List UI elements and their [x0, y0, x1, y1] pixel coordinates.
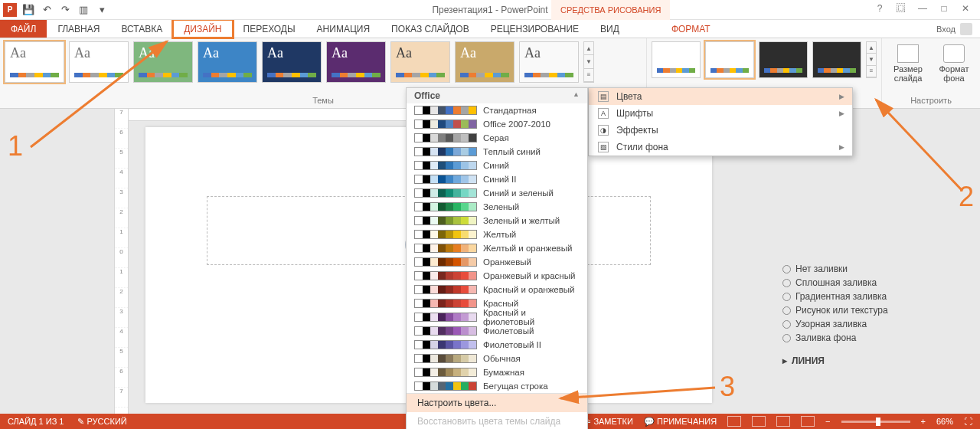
chevron-right-icon: ▶ — [839, 110, 844, 117]
maximize-icon[interactable]: □ — [937, 3, 951, 14]
fill-option-pattern[interactable]: Узорная заливка — [782, 317, 974, 331]
color-scheme-option[interactable]: Красный и оранжевый — [407, 283, 587, 296]
vertical-ruler: 765432101234567 — [115, 109, 129, 414]
spellcheck-icon: ✎ — [77, 417, 84, 426]
theme-thumbnail[interactable]: Aa — [262, 41, 322, 83]
view-reading-icon[interactable] — [776, 416, 790, 427]
fill-option-gradient[interactable]: Градиентная заливка — [782, 290, 974, 303]
redo-icon[interactable]: ↷ — [58, 3, 72, 17]
gallery-more-icon[interactable]: ▲▼≡ — [583, 41, 594, 83]
view-normal-icon[interactable] — [727, 416, 741, 427]
variant-more-icon[interactable]: ▲▼≡ — [866, 41, 877, 78]
effects-icon: ◑ — [598, 125, 609, 136]
color-scheme-option[interactable]: Зеленый и желтый — [407, 214, 587, 228]
color-scheme-option[interactable]: Синий и зеленый — [407, 186, 587, 200]
tab-design[interactable]: ДИЗАЙН — [173, 20, 232, 38]
color-scheme-option[interactable]: Серая — [407, 131, 587, 145]
fit-to-window-icon[interactable]: ⛶ — [964, 417, 972, 426]
submenu-colors[interactable]: ▤ Цвета▶ — [589, 88, 852, 105]
variant-gallery[interactable]: ▲▼≡ — [652, 41, 877, 78]
status-language[interactable]: ✎ РУССКИЙ — [77, 417, 126, 427]
slide-thumbnail-pane[interactable] — [0, 109, 115, 414]
ribbon-collapse-icon[interactable]: ⿴ — [894, 3, 908, 14]
ribbon-tabs: ФАЙЛ ГЛАВНАЯ ВСТАВКА ДИЗАЙН ПЕРЕХОДЫ АНИ… — [0, 20, 980, 38]
window-title: Презентация1 - PowerPoint — [432, 5, 547, 15]
variant-thumbnail[interactable] — [812, 41, 861, 78]
color-scheme-option[interactable]: Обычная — [407, 352, 587, 365]
scheme-list[interactable]: СтандартнаяOffice 2007-2010СераяТеплый с… — [407, 103, 587, 393]
color-scheme-option[interactable]: Office 2007-2010 — [407, 117, 587, 131]
color-scheme-option[interactable]: Бегущая строка — [407, 379, 587, 393]
view-slideshow-icon[interactable] — [801, 416, 815, 427]
tab-home[interactable]: ГЛАВНАЯ — [47, 20, 110, 38]
scroll-up-icon[interactable]: ▲ — [573, 90, 580, 101]
tab-review[interactable]: РЕЦЕНЗИРОВАНИЕ — [480, 20, 590, 38]
theme-thumbnail[interactable]: Aa — [519, 41, 579, 83]
color-scheme-option[interactable]: Зеленый — [407, 200, 587, 214]
title-bar: P 💾 ↶ ↷ ▥ ▾ Презентация1 - PowerPoint СР… — [0, 0, 980, 20]
qat-more-icon[interactable]: ▾ — [95, 3, 109, 17]
theme-thumbnail[interactable]: Aa — [326, 41, 386, 83]
theme-thumbnail[interactable]: Aa — [69, 41, 129, 83]
color-scheme-option[interactable]: Стандартная — [407, 103, 587, 117]
tab-view[interactable]: ВИД — [590, 20, 630, 38]
tab-slideshow[interactable]: ПОКАЗ СЛАЙДОВ — [381, 20, 480, 38]
color-scheme-option[interactable]: Оранжевый и красный — [407, 269, 587, 283]
fill-option-picture[interactable]: Рисунок или текстура — [782, 303, 974, 317]
help-icon[interactable]: ? — [873, 3, 887, 14]
variant-thumbnail[interactable] — [705, 41, 754, 78]
submenu-fonts[interactable]: A Шрифты▶ — [589, 105, 852, 122]
customize-colors[interactable]: Настроить цвета... — [407, 394, 587, 412]
theme-thumbnail[interactable]: Aa — [5, 41, 64, 83]
tab-animation[interactable]: АНИМАЦИЯ — [306, 20, 381, 38]
variant-thumbnail[interactable] — [652, 41, 701, 78]
start-slideshow-icon[interactable]: ▥ — [77, 3, 90, 17]
variant-thumbnail[interactable] — [759, 41, 808, 78]
avatar-icon — [960, 23, 972, 35]
color-scheme-option[interactable]: Синий — [407, 159, 587, 172]
theme-thumbnail[interactable]: Aa — [455, 41, 514, 83]
comments-button[interactable]: 💬 ПРИМЕЧАНИЯ — [644, 417, 717, 427]
close-icon[interactable]: ✕ — [959, 3, 972, 14]
zoom-out-icon[interactable]: − — [825, 417, 830, 426]
format-background-button[interactable]: Формат фона — [933, 41, 975, 86]
color-scheme-option[interactable]: Теплый синий — [407, 145, 587, 159]
notes-button[interactable]: ≐ ЗАМЕТКИ — [584, 417, 633, 427]
theme-gallery[interactable]: AaAaAaAaAaAaAaAaAa▲▼≡ — [5, 41, 642, 83]
zoom-value[interactable]: 66% — [936, 417, 953, 426]
fill-option-none[interactable]: Нет заливки — [782, 262, 974, 276]
tab-insert[interactable]: ВСТАВКА — [110, 20, 173, 38]
fill-option-solid[interactable]: Сплошная заливка — [782, 276, 974, 290]
submenu-background-styles[interactable]: ▧ Стили фона▶ — [589, 139, 852, 156]
view-sorter-icon[interactable] — [752, 416, 766, 427]
color-scheme-option[interactable]: Синий II — [407, 172, 587, 186]
zoom-in-icon[interactable]: + — [921, 417, 926, 426]
fill-option-slide-bg[interactable]: Заливка фона — [782, 331, 974, 345]
status-slide-count[interactable]: СЛАЙД 1 ИЗ 1 — [8, 417, 64, 426]
tab-file[interactable]: ФАЙЛ — [0, 20, 47, 38]
color-scheme-option[interactable]: Желтый — [407, 228, 587, 241]
minimize-icon[interactable]: — — [916, 3, 929, 14]
undo-icon[interactable]: ↶ — [40, 3, 54, 17]
color-scheme-option[interactable]: Фиолетовый II — [407, 338, 587, 352]
zoom-slider[interactable] — [841, 421, 910, 423]
slide-size-button[interactable]: Размер слайда — [887, 41, 929, 86]
variants-submenu: ▤ Цвета▶ A Шрифты▶ ◑ Эффекты ▧ Стили фон… — [588, 87, 853, 156]
save-icon[interactable]: 💾 — [21, 3, 35, 17]
theme-thumbnail[interactable]: Aa — [390, 41, 450, 83]
window-controls: ? ⿴ — □ ✕ — [868, 0, 977, 17]
tab-transitions[interactable]: ПЕРЕХОДЫ — [233, 20, 306, 38]
color-scheme-option[interactable]: Бумажная — [407, 365, 587, 379]
dropdown-header: Office ▲ — [407, 88, 587, 103]
submenu-effects[interactable]: ◑ Эффекты — [589, 122, 852, 139]
tab-format[interactable]: ФОРМАТ — [661, 20, 721, 38]
color-scheme-option[interactable]: Оранжевый — [407, 255, 587, 269]
signin-label: Вход — [936, 25, 956, 34]
color-scheme-option[interactable]: Красный и фиолетовый — [407, 310, 587, 324]
sign-in[interactable]: Вход — [936, 20, 980, 38]
line-section-header[interactable]: ▸ЛИНИЯ — [782, 355, 974, 366]
theme-thumbnail[interactable]: Aa — [133, 41, 193, 83]
quick-access-toolbar: P 💾 ↶ ↷ ▥ ▾ — [0, 3, 109, 17]
color-scheme-option[interactable]: Желтый и оранжевый — [407, 241, 587, 255]
theme-thumbnail[interactable]: Aa — [198, 41, 257, 83]
